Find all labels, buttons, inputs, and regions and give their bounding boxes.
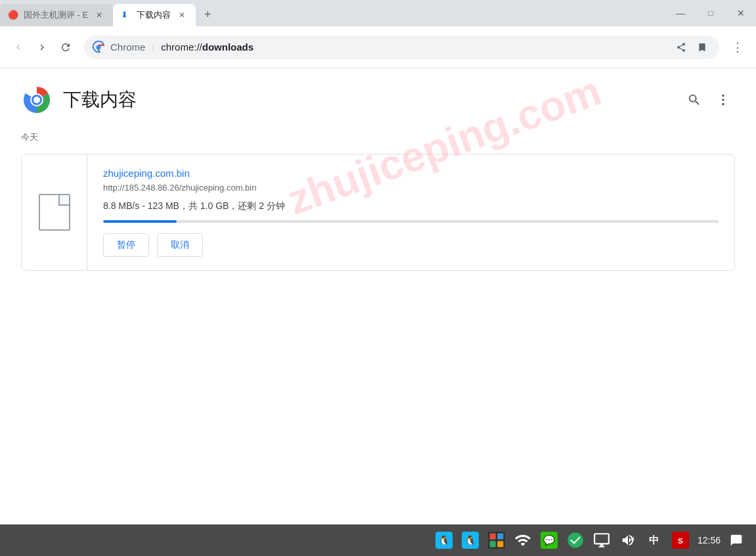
pause-button[interactable]: 暂停	[103, 233, 149, 257]
toolbar: Chrome | chrome://downloads ⋮	[0, 26, 756, 68]
address-actions	[672, 38, 711, 57]
toolbar-actions: ⋮	[727, 37, 748, 58]
taskbar-right: 12:56	[698, 531, 756, 549]
svg-text:💬: 💬	[543, 534, 555, 546]
taskbar-lang-text: 中	[649, 534, 659, 547]
taskbar-icon-qq2[interactable]: 🐧	[461, 531, 479, 549]
taskbar-icon-colorful[interactable]	[487, 531, 506, 549]
new-tab-button[interactable]: +	[198, 5, 217, 24]
svg-point-7	[722, 99, 724, 101]
svg-rect-15	[497, 534, 503, 540]
download-url: http://185.248.86.26/zhujiceping.com.bin	[103, 183, 719, 193]
page-header-actions	[682, 88, 735, 112]
search-icon-button[interactable]	[682, 88, 706, 112]
svg-point-5	[33, 97, 40, 103]
today-label: 今天	[0, 126, 756, 149]
tab-favicon-inactive: 🔴	[8, 10, 18, 20]
tab-inactive[interactable]: 🔴 国外主机测评 - E ✕	[0, 4, 113, 26]
tab-active[interactable]: ⬇ 下载内容 ✕	[113, 4, 196, 26]
bookmark-button[interactable]	[693, 38, 711, 57]
tab-title-inactive: 国外主机测评 - E	[24, 9, 88, 21]
extensions-button[interactable]: ⋮	[727, 37, 748, 58]
download-speed: 8.8 MB/s - 123 MB，共 1.0 GB，还剩 2 分钟	[103, 200, 719, 212]
title-bar: 🔴 国外主机测评 - E ✕ ⬇ 下载内容 ✕ + — □ ✕	[0, 0, 756, 26]
download-filename[interactable]: zhujiceping.com.bin	[103, 168, 719, 179]
taskbar-icon-display[interactable]	[592, 531, 611, 549]
address-text: chrome://downloads	[161, 41, 254, 53]
address-brand: Chrome	[110, 41, 145, 53]
tab-title-active: 下载内容	[137, 9, 171, 21]
restore-button[interactable]: □	[696, 0, 726, 26]
address-separator: |	[152, 41, 154, 53]
taskbar-lang-indicator[interactable]: 中	[645, 531, 663, 549]
download-card: zhujiceping.com.bin http://185.248.86.26…	[21, 154, 735, 271]
downloads-page: zhujiceping.com 下载内容	[0, 68, 756, 524]
tab-close-active[interactable]: ✕	[176, 9, 188, 21]
file-icon-area	[22, 154, 87, 270]
cancel-button[interactable]: 取消	[157, 233, 203, 257]
chrome-logo	[21, 84, 53, 116]
notification-button[interactable]	[727, 531, 745, 549]
svg-text:S: S	[678, 536, 683, 545]
svg-point-6	[722, 95, 724, 97]
share-button[interactable]	[672, 38, 690, 57]
svg-rect-14	[490, 534, 496, 540]
progress-bar-fill	[103, 220, 177, 223]
page-header-left: 下载内容	[21, 84, 137, 116]
more-options-button[interactable]	[711, 88, 735, 112]
taskbar-time: 12:56	[698, 535, 721, 545]
page-header: 下载内容	[0, 68, 756, 126]
file-icon	[39, 194, 70, 231]
taskbar-icon-qq1[interactable]: 🐧	[435, 531, 453, 549]
forward-button[interactable]	[32, 37, 53, 58]
taskbar-icon-wechat[interactable]: 💬	[540, 531, 558, 549]
address-bar[interactable]: Chrome | chrome://downloads	[84, 35, 719, 59]
page-title: 下载内容	[63, 87, 137, 112]
close-button[interactable]: ✕	[726, 0, 756, 26]
svg-point-20	[567, 532, 583, 547]
reload-button[interactable]	[55, 37, 76, 58]
taskbar-icon-volume[interactable]	[619, 531, 637, 549]
back-button[interactable]	[8, 37, 29, 58]
svg-point-1	[97, 45, 101, 49]
tab-favicon-active: ⬇	[121, 10, 131, 20]
svg-text:🐧: 🐧	[464, 534, 476, 546]
taskbar-icon-wifi[interactable]	[514, 531, 532, 549]
taskbar-icon-sogou[interactable]: S	[671, 531, 690, 549]
progress-bar	[103, 220, 719, 223]
svg-text:🐧: 🐧	[438, 534, 450, 546]
chrome-icon-address	[92, 41, 105, 54]
taskbar-icon-check[interactable]	[566, 531, 585, 549]
tab-close-inactive[interactable]: ✕	[93, 9, 105, 21]
taskbar: 🐧 🐧 💬	[0, 524, 756, 556]
minimize-button[interactable]: —	[665, 0, 696, 26]
svg-point-8	[722, 103, 724, 106]
svg-rect-16	[490, 541, 496, 547]
download-actions: 暂停 取消	[103, 233, 719, 257]
download-info: zhujiceping.com.bin http://185.248.86.26…	[87, 154, 734, 270]
svg-rect-17	[497, 541, 503, 547]
